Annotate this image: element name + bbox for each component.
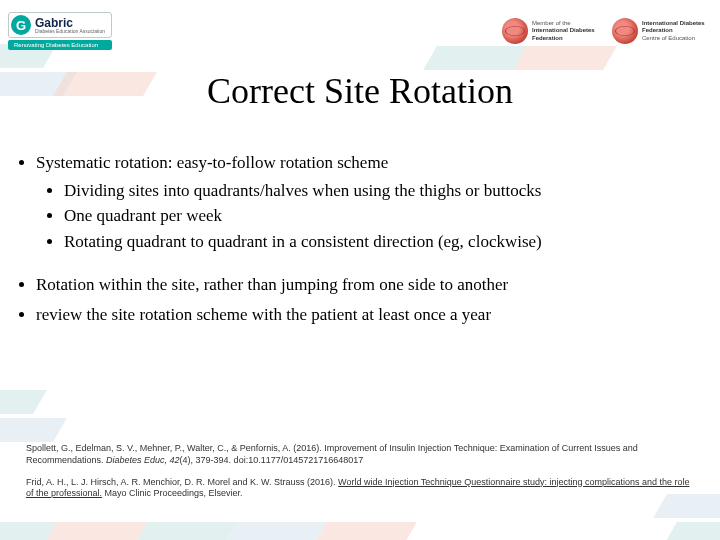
slide-body: Systematic rotation: easy-to-follow rota… [26,150,694,331]
bg-stripe [223,522,327,540]
idf-member-name: International Diabetes Federation [532,27,602,41]
bg-stripe [43,522,147,540]
bg-stripe [663,522,720,540]
bg-stripe [0,418,67,442]
ref1-journal: Diabetes Educ, 42 [106,455,180,465]
bullet-1c: Rotating quadrant to quadrant in a consi… [64,229,694,255]
bullet-1b: One quadrant per week [64,203,694,229]
bullet-1: Systematic rotation: easy-to-follow rota… [36,150,694,254]
bullet-1a: Dividing sites into quadrants/halves whe… [64,178,694,204]
idf-centre-name: International Diabetes Federation [642,20,712,34]
gabric-logo: G Gabric Diabetes Education Association [8,12,112,38]
bg-stripe [0,390,47,414]
brand-subtitle: Diabetes Education Association [35,29,105,34]
reference-2: Frid, A. H., L. J. Hirsch, A. R. Menchio… [26,477,694,500]
globe-icon [502,18,528,44]
idf-member-text: Member of the International Diabetes Fed… [532,20,602,42]
slide-title: Correct Site Rotation [0,70,720,112]
idf-centre-sub: Centre of Education [642,35,695,41]
affiliations: Member of the International Diabetes Fed… [502,18,712,44]
globe-icon [612,18,638,44]
brand-logo: G Gabric Diabetes Education Association … [8,12,112,50]
ref2-tail: Mayo Clinic Proceedings, Elsevier. [102,488,243,498]
brand-tagline: Renovating Diabetes Education [8,40,112,50]
header: G Gabric Diabetes Education Association … [8,8,712,54]
brand-mark-icon: G [11,15,31,35]
bullet-1-text: Systematic rotation: easy-to-follow rota… [36,153,388,172]
idf-centre-text: International Diabetes Federation Centre… [642,20,712,42]
bg-stripe [133,522,237,540]
idf-centre-badge: International Diabetes Federation Centre… [612,18,712,44]
bullet-2: Rotation within the site, rather than ju… [36,272,694,298]
idf-member-badge: Member of the International Diabetes Fed… [502,18,602,44]
bullet-3: review the site rotation scheme with the… [36,302,694,328]
bg-stripe [313,522,417,540]
ref1-tail: (4), 379-394. doi:10.1177/01457217166480… [180,455,364,465]
references: Spollett, G., Edelman, S. V., Mehner, P.… [26,443,694,510]
brand-name: Gabric [35,17,105,29]
idf-member-prefix: Member of the [532,20,571,26]
ref2-authors: Frid, A. H., L. J. Hirsch, A. R. Menchio… [26,477,338,487]
reference-1: Spollett, G., Edelman, S. V., Mehner, P.… [26,443,694,466]
